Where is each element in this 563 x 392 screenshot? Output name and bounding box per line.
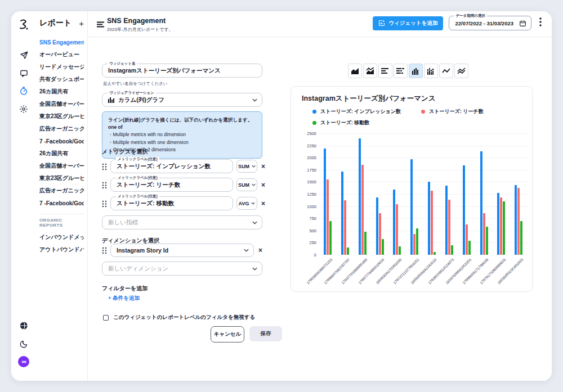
metric-drag-handle-icon[interactable]: [102, 181, 108, 189]
bar[interactable]: [468, 241, 471, 255]
sidebar-item[interactable]: 全国店舗オーバービュー: [39, 160, 84, 172]
bar[interactable]: [393, 190, 395, 255]
cancel-button[interactable]: キャンセル: [211, 326, 244, 343]
bar[interactable]: [486, 227, 488, 255]
metric-label-field[interactable]: メトリックラベル(任意): [110, 178, 233, 192]
sidebar-item[interactable]: 東京23区グルーピング: [39, 172, 84, 184]
metric-aggregation-select[interactable]: SUM: [236, 160, 257, 173]
bar[interactable]: [382, 239, 384, 255]
bar[interactable]: [517, 188, 520, 255]
brand-logo-icon[interactable]: [19, 19, 29, 33]
bar[interactable]: [434, 252, 436, 255]
add-report-button[interactable]: +: [79, 19, 84, 28]
dimension-select[interactable]: Instagram Story Id: [110, 244, 254, 257]
gear-icon[interactable]: [17, 102, 30, 116]
bar[interactable]: [329, 221, 332, 255]
bar[interactable]: [341, 172, 343, 255]
bar-chart-icon[interactable]: [378, 64, 392, 78]
bar[interactable]: [399, 246, 401, 255]
ignore-report-filter-checkbox-row[interactable]: このウィジェットのレポートレベルのフィルタを無視する: [103, 314, 255, 321]
remove-metric-button[interactable]: ×: [261, 163, 265, 170]
bar[interactable]: [431, 191, 433, 255]
remove-metric-button[interactable]: ×: [261, 182, 265, 188]
visualization-select[interactable]: ヴィジュアライゼーション カラム(列)グラフ: [102, 93, 262, 107]
checkbox-icon[interactable]: [103, 315, 109, 321]
bar[interactable]: [448, 200, 450, 255]
metric-aggregation-select[interactable]: SUM: [236, 178, 257, 191]
sidebar-item[interactable]: 広告オーガニック分析: [39, 123, 84, 135]
bar[interactable]: [483, 213, 485, 255]
bar[interactable]: [344, 200, 346, 255]
bar[interactable]: [361, 165, 364, 255]
legend-item[interactable]: ストーリーズ: インプレッション数: [312, 108, 421, 115]
sidebar-item[interactable]: アウトバウンドパフォーマンス: [39, 244, 84, 256]
dimension-drag-handle-icon[interactable]: [102, 246, 108, 254]
bar[interactable]: [364, 232, 367, 255]
widget-name-field[interactable]: ウィジェット名: [102, 64, 262, 78]
bar[interactable]: [515, 185, 517, 255]
stacked-column-chart-icon[interactable]: [424, 64, 438, 78]
sidebar-item[interactable]: 7 -Facebook/Google My...: [39, 135, 84, 147]
chat-icon[interactable]: [17, 66, 30, 80]
metric-drag-handle-icon[interactable]: [102, 200, 108, 208]
bar[interactable]: [324, 148, 326, 255]
bar[interactable]: [359, 138, 361, 255]
bar[interactable]: [379, 213, 381, 255]
legend-item[interactable]: ストーリーズ: リーチ数: [421, 108, 524, 115]
sidebar-item[interactable]: 東京23区グルーピング: [39, 110, 84, 123]
metric-label-field[interactable]: メトリックラベル(任意): [110, 196, 233, 210]
new-metric-select[interactable]: 新しい指標: [102, 215, 262, 229]
bar[interactable]: [410, 159, 413, 255]
globe-icon[interactable]: [17, 319, 30, 332]
area-chart-icon[interactable]: [348, 64, 362, 78]
bar[interactable]: [445, 186, 448, 255]
sidebar-item[interactable]: 26カ国共有: [39, 85, 84, 98]
column-chart-icon[interactable]: [409, 64, 423, 78]
bar[interactable]: [396, 204, 398, 255]
bar[interactable]: [451, 245, 453, 255]
bar[interactable]: [428, 182, 430, 255]
bar[interactable]: [463, 165, 465, 255]
send-icon[interactable]: [17, 48, 30, 62]
bar[interactable]: [480, 151, 482, 255]
sidebar-item[interactable]: リードメッセージ: [39, 61, 84, 73]
sidebar-item[interactable]: 全国店舗オーバービュー: [39, 98, 84, 110]
sidebar-item[interactable]: 共有ダッシュボード: [39, 73, 84, 85]
add-widget-button[interactable]: ウィジェットを追加: [373, 16, 443, 30]
line-chart-icon[interactable]: [439, 64, 453, 78]
bar[interactable]: [500, 197, 502, 255]
more-options-icon[interactable]: [537, 16, 544, 30]
menu-icon[interactable]: [97, 20, 104, 30]
date-range-picker[interactable]: データ期間の選択 22/07/2022 - 31/03/2023: [449, 16, 531, 30]
sidebar-item[interactable]: SNS Engagement: [39, 36, 84, 48]
save-button[interactable]: 保存: [249, 326, 282, 341]
new-dimension-select[interactable]: 新しいディメンション: [102, 262, 262, 276]
multi-line-chart-icon[interactable]: [454, 64, 468, 78]
metric-drag-handle-icon[interactable]: [102, 163, 108, 170]
stacked-area-chart-icon[interactable]: [363, 64, 377, 78]
bar[interactable]: [503, 201, 505, 255]
sidebar-item[interactable]: オーバービュー: [39, 48, 84, 61]
bar[interactable]: [327, 179, 329, 255]
bar[interactable]: [413, 234, 415, 255]
legend-item[interactable]: ストーリーズ: 移動数: [312, 119, 421, 127]
bar[interactable]: [497, 193, 499, 255]
avatar[interactable]: [17, 355, 30, 368]
metric-aggregation-select[interactable]: AVG: [236, 197, 257, 210]
bar[interactable]: [347, 247, 349, 255]
sidebar-item[interactable]: 広告オーガニック分析: [39, 184, 84, 197]
add-condition-link[interactable]: + 条件を追加: [108, 295, 140, 302]
sidebar-item[interactable]: 26カ国共有: [39, 147, 84, 160]
sidebar-item[interactable]: 7 -Facebook/Google My...: [39, 197, 84, 209]
bar[interactable]: [520, 221, 522, 255]
remove-dimension-button[interactable]: ×: [258, 247, 262, 254]
moon-icon[interactable]: [17, 337, 30, 350]
remove-metric-button[interactable]: ×: [261, 200, 265, 207]
bar[interactable]: [416, 228, 418, 255]
bar[interactable]: [376, 197, 378, 255]
timer-icon[interactable]: [17, 84, 30, 98]
stacked-bar-chart-icon[interactable]: [394, 64, 408, 78]
metric-label-field[interactable]: メトリックラベル(任意): [110, 159, 233, 173]
sidebar-item[interactable]: インバウンドメッセージ: [39, 231, 84, 244]
bar[interactable]: [466, 224, 468, 255]
